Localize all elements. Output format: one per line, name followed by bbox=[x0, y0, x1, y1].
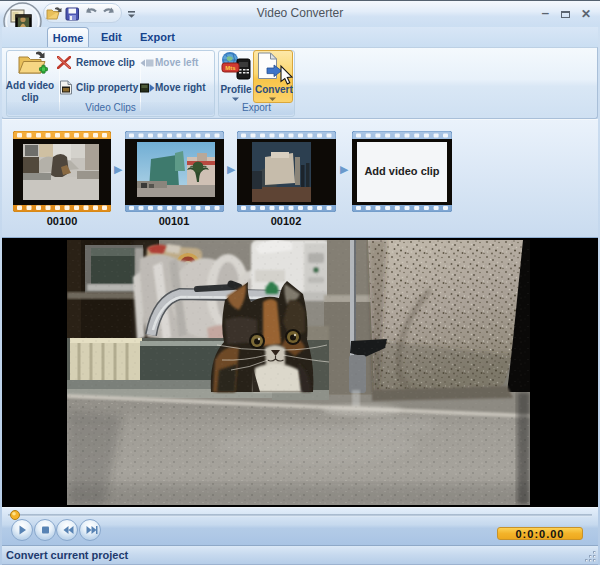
svg-text:Add video clip: Add video clip bbox=[364, 165, 439, 177]
svg-text:Mts: Mts bbox=[225, 65, 236, 71]
